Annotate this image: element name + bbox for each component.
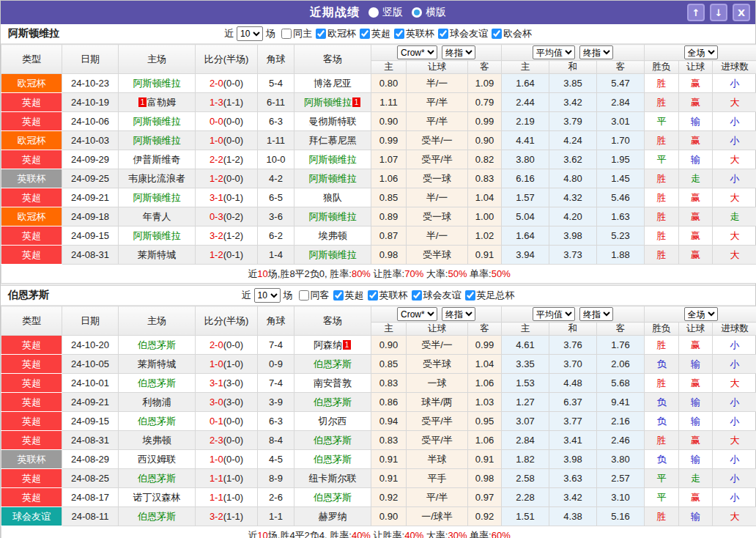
league-type-cell: 欧冠杯 <box>1 131 62 150</box>
winlose-result-cell: 胜 <box>645 169 679 188</box>
avg-away-cell: 3.01 <box>597 112 645 131</box>
odds-away-cell: 1.06 <box>468 374 502 393</box>
home-team-cell: 伯恩茅斯 <box>119 507 196 526</box>
match-row: 球会友谊24-08-11伯恩茅斯3-2(1-1)1-1赫罗纳0.90一/球半0.… <box>1 507 756 526</box>
same-venue-label: 同主 <box>293 27 312 40</box>
match-row: 英超24-10-05莱斯特城1-0(1-0)0-9伯恩茅斯0.85受半球1.04… <box>1 355 756 374</box>
league-filter-checkbox[interactable] <box>438 29 448 39</box>
corners-cell: 2-6 <box>258 488 294 507</box>
away-team-name: 伯恩茅斯 <box>314 454 352 465</box>
full-time-score: 3-1 <box>210 377 223 388</box>
corners-cell: 6-3 <box>258 412 294 431</box>
avg-draw-cell: 4.24 <box>549 131 597 150</box>
corners-cell: 1-11 <box>258 131 294 150</box>
filter-controls: 近10场同客英超英联杯球会友谊英足总杯 <box>242 288 515 303</box>
same-venue-checkbox[interactable] <box>299 290 309 301</box>
bookmaker-select[interactable]: Crow* <box>397 45 437 59</box>
home-team-cell: 阿斯顿维拉 <box>119 131 196 150</box>
same-venue-checkbox[interactable] <box>281 29 292 39</box>
summary-row: 近10场,胜8平2负0, 胜率:80% 让胜率:70% 大率:50% 单率:50… <box>1 265 756 284</box>
filter-near-label: 近 <box>242 289 251 302</box>
league-filter-label: 英超 <box>371 27 390 40</box>
sub-header-winlose: 胜负 <box>645 323 679 336</box>
league-filter-checkbox[interactable] <box>368 290 378 301</box>
league-filter-checkbox[interactable] <box>492 29 502 39</box>
move-up-button[interactable]: ↑ <box>687 4 705 21</box>
recent-results-window: 近期战绩 竖版 横版 ↑ ↓ X 阿斯顿维拉 近10场同主欧冠杯英超英联杯球会友… <box>0 0 756 538</box>
score-cell: 1-2(0-0) <box>196 169 258 188</box>
team-section: 伯恩茅斯 近10场同客英超英联杯球会友谊英足总杯 类型 日期 主场 比分(半场)… <box>1 286 755 538</box>
col-header-score: 比分(半场) <box>196 45 258 74</box>
result-text: 小 <box>730 473 740 484</box>
results-table: 类型 日期 主场 比分(半场) 角球 客场 Crow*终指 平均值终指 全场 <box>1 44 756 284</box>
avg-draw-cell: 3.76 <box>549 336 597 355</box>
league-filter-checkbox[interactable] <box>412 290 422 301</box>
away-team-name: 拜仁慕尼黑 <box>309 135 357 146</box>
layout-radio-vertical[interactable]: 竖版 <box>368 6 403 19</box>
down-arrow-icon: ↓ <box>715 8 723 18</box>
away-team-name: 伯恩茅斯 <box>314 435 352 446</box>
full-time-score: 1-1 <box>210 492 223 503</box>
league-filter-label: 英联杯 <box>379 289 408 302</box>
half-time-score: (1-0) <box>223 492 243 503</box>
league-filter-checkbox[interactable] <box>360 29 370 39</box>
league-filter-checkbox[interactable] <box>394 29 404 39</box>
close-button[interactable]: X <box>733 4 750 21</box>
goals-result-cell: 小 <box>713 393 756 412</box>
home-team-name: 阿斯顿维拉 <box>133 192 181 203</box>
avg-home-cell: 1.82 <box>502 450 549 469</box>
odds-away-cell: 0.98 <box>468 469 502 488</box>
average-time-select[interactable]: 终指 <box>579 307 613 321</box>
full-time-score: 1-1 <box>210 473 223 484</box>
average-select[interactable]: 平均值 <box>533 45 575 59</box>
away-team-name: 南安普敦 <box>314 377 352 388</box>
move-down-button[interactable]: ↓ <box>710 4 727 21</box>
avg-away-cell: 2.84 <box>597 93 645 112</box>
winlose-result-cell: 胜 <box>645 93 679 112</box>
average-select[interactable]: 平均值 <box>533 307 575 321</box>
winlose-result-cell: 胜 <box>645 507 679 526</box>
score-cell: 1-0(1-0) <box>196 355 258 374</box>
full-match-select[interactable]: 全场 <box>684 307 718 321</box>
col-header-type: 类型 <box>1 306 62 336</box>
league-filter-label: 欧会杯 <box>503 27 532 40</box>
full-time-score: 1-0 <box>210 454 223 465</box>
sub-header-avg-home: 主 <box>502 323 549 336</box>
layout-radio-horizontal[interactable]: 横版 <box>412 6 446 19</box>
away-team-name: 伯恩茅斯 <box>314 358 352 369</box>
full-match-select[interactable]: 全场 <box>684 45 718 59</box>
odds-time-select[interactable]: 终指 <box>442 45 475 59</box>
odds-time-select[interactable]: 终指 <box>442 307 475 321</box>
full-time-score: 3-2 <box>210 230 223 241</box>
avg-away-cell: 5.23 <box>597 226 645 246</box>
average-time-select[interactable]: 终指 <box>579 45 613 59</box>
goals-result-cell: 小 <box>713 412 756 431</box>
handicap-result-cell: 输 <box>679 112 713 131</box>
winlose-result-cell: 胜 <box>645 188 679 207</box>
result-group-header: 全场 <box>645 306 756 323</box>
corners-cell: 6-2 <box>258 226 294 246</box>
bookmaker-select[interactable]: Crow* <box>397 307 437 321</box>
league-filter-checkbox[interactable] <box>465 290 475 301</box>
league-filter-checkbox[interactable] <box>333 290 344 301</box>
away-team-cell: 拜仁慕尼黑 <box>294 131 371 150</box>
summary-text-part: 让胜率: <box>371 530 404 538</box>
away-team-cell: 纽卡斯尔联 <box>294 469 371 488</box>
handicap-result-cell: 输 <box>679 150 713 169</box>
match-row: 英超24-08-25伯恩茅斯1-1(1-0)8-9纽卡斯尔联0.91平手0.98… <box>1 469 756 488</box>
result-text: 走 <box>691 473 700 484</box>
home-team-cell: 1富勒姆 <box>119 93 196 112</box>
home-team-name: 阿斯顿维拉 <box>133 116 181 127</box>
winlose-result-cell: 胜 <box>645 74 679 93</box>
result-text: 赢 <box>691 377 700 388</box>
winlose-result-cell: 胜 <box>645 246 679 265</box>
winlose-result-cell: 平 <box>645 469 679 488</box>
recent-count-select[interactable]: 10 <box>237 26 263 41</box>
recent-count-select[interactable]: 10 <box>254 288 281 303</box>
league-filter-checkbox[interactable] <box>316 29 326 39</box>
result-text: 赢 <box>691 135 700 146</box>
match-row: 英超24-10-191富勒姆1-3(1-1)6-11阿斯顿维拉11.11平/半0… <box>1 93 756 112</box>
odds-home-cell: 0.98 <box>371 246 407 265</box>
avg-draw-cell: 3.70 <box>549 355 597 374</box>
avg-home-cell: 1.27 <box>502 393 549 412</box>
